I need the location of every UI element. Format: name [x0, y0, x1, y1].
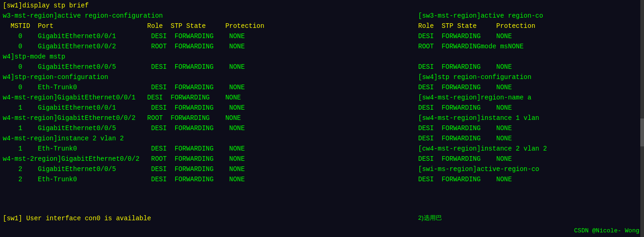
line-8r: [sw4]stp region-configuration	[418, 72, 532, 83]
line-10r: [sw4-mst-region]region-name a	[418, 93, 532, 103]
line-header-right: Role STP State Protection	[418, 21, 535, 32]
watermark: CSDN @Nicole- Wong	[574, 227, 639, 234]
line-13r: DESI FORWARDING NONE	[418, 124, 512, 134]
line-16: w4-mst-2region]GigabitEthernet0/0/2 ROOT…	[3, 154, 245, 165]
line-15: 1 Eth-Trunk0 DESI FORWARDING NONE	[3, 144, 245, 154]
line-17: 2 GigabitEthernet0/0/5 DESI FORWARDING N…	[3, 165, 245, 175]
line-9: 0 Eth-Trunk0 DESI FORWARDING NONE	[3, 83, 245, 93]
line-4: 0 GigabitEthernet0/0/1 DESI FORWARDING N…	[3, 32, 245, 42]
line-14: w4-mst-region]instance 2 vlan 2	[3, 134, 124, 144]
line-11r: DESI FORWARDING NONE	[418, 103, 512, 113]
line-6: w4]stp-mode mstp	[3, 52, 65, 62]
line-5r: ROOT FORWARDINGmode msNONE	[418, 42, 524, 52]
line-16r: DESI FORWARDING NONE	[418, 154, 512, 165]
line-bottom: [sw1] User interface con0 is available	[3, 214, 151, 224]
line-header-left: MSTID Port Role STP State Protection	[3, 21, 264, 32]
line-9r: DESI FORWARDING NONE	[418, 83, 512, 93]
terminal-content: [sw1]display stp brief w3-mst-region]act…	[0, 0, 644, 237]
line-4r: DESI FORWARDING NONE	[418, 32, 512, 42]
terminal-window: [sw1]display stp brief w3-mst-region]act…	[0, 0, 644, 237]
line-8: w4]stp-region-configuration	[3, 72, 108, 83]
line-17r: [swi-ms-region]active-region-co	[418, 165, 539, 175]
line-12: w4-mst-region]GigabitEthernet0/0/2 ROOT …	[3, 113, 241, 124]
line-1: [sw1]display stp brief	[3, 1, 89, 11]
line-14r: DESI FORWARDING NONE	[418, 134, 512, 144]
line-2r: [sw3-mst-region]active region-co	[418, 11, 543, 21]
line-11: 1 GigabitEthernet0/0/1 DESI FORWARDING N…	[3, 103, 245, 113]
chinese-text: 2)选用巴	[418, 214, 442, 222]
line-10: w4-mst-region]GigabitEthernet0/0/1 DESI …	[3, 93, 241, 103]
scrollbar[interactable]	[640, 0, 644, 237]
line-2: w3-mst-region]active region-configuratio…	[3, 11, 163, 21]
line-5: 0 GigabitEthernet0/0/2 ROOT FORWARDING N…	[3, 42, 245, 52]
line-18r: DESI FORWARDING NONE	[418, 175, 512, 185]
line-15r: [cw4-mst-region]instance 2 vlan 2	[418, 144, 547, 154]
line-13: 1 GigabitEthernet0/0/5 DESI FORWARDING N…	[3, 124, 245, 134]
line-7: 0 GigabitEthernet0/0/5 DESI FORWARDING N…	[3, 62, 245, 72]
scrollbar-thumb[interactable]	[640, 118, 644, 146]
line-12r: [sw4-mst-region]instance 1 vlan	[418, 113, 539, 124]
line-18: 2 Eth-Trunk0 DESI FORWARDING NONE	[3, 175, 245, 185]
line-7r: DESI FORWARDING NONE	[418, 62, 512, 72]
